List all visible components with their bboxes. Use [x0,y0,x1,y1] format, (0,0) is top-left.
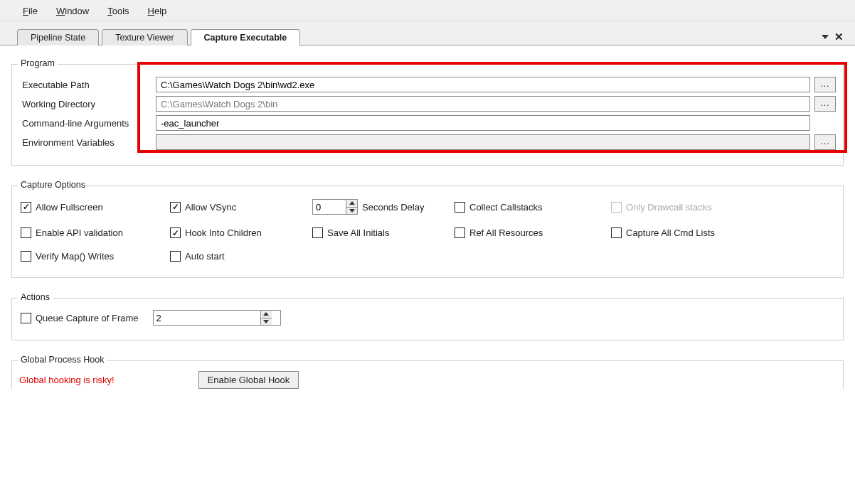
seconds-delay-input[interactable] [313,200,346,214]
menubar: File Window Tools Help [0,0,855,21]
working-directory-input[interactable] [156,96,810,112]
queue-frame-spinner[interactable] [153,310,281,326]
group-program: Program Executable Path ... Working Dire… [11,64,844,166]
tab-texture-viewer[interactable]: Texture Viewer [102,29,187,45]
label-seconds-delay: Seconds Delay [362,202,424,213]
tab-overflow-dropdown-icon[interactable] [822,35,829,39]
menu-help-rest: elp [154,6,166,16]
label-env-vars: Environment Variables [19,137,156,148]
checkbox-verify-map-writes[interactable] [21,251,31,262]
queue-frame-up-icon[interactable] [261,311,272,318]
executable-path-input[interactable] [156,77,810,92]
menu-window[interactable]: Window [51,4,95,18]
legend-global-hook: Global Process Hook [18,355,107,365]
label-ref-all-resources: Ref All Resources [469,227,543,238]
checkbox-ref-all-resources[interactable] [455,227,465,238]
checkbox-only-drawcall-stacks [611,202,622,213]
group-actions: Actions Queue Capture of Frame [11,298,844,341]
menu-tools-rest: ools [112,6,129,16]
tabstrip: Pipeline State Texture Viewer Capture Ex… [0,21,855,45]
cmdline-args-input[interactable] [156,115,810,131]
label-queue-capture: Queue Capture of Frame [36,313,139,323]
checkbox-auto-start[interactable] [170,251,181,262]
label-auto-start: Auto start [185,251,225,262]
checkbox-queue-capture[interactable] [21,313,31,323]
label-save-all-initials: Save All Initials [327,227,389,238]
global-hook-warning: Global hooking is risky! [19,375,115,385]
menu-window-rest: indow [65,6,89,16]
label-allow-vsync: Allow VSync [185,202,236,213]
tab-pipeline-state[interactable]: Pipeline State [17,29,99,45]
menu-file[interactable]: File [17,4,43,18]
checkbox-allow-vsync[interactable] [170,202,181,213]
content-area: Program Executable Path ... Working Dire… [0,45,855,389]
queue-frame-down-icon[interactable] [261,318,272,326]
legend-actions: Actions [18,292,53,302]
checkbox-save-all-initials[interactable] [312,227,323,238]
checkbox-collect-callstacks[interactable] [455,202,465,213]
seconds-delay-down-icon[interactable] [346,207,357,215]
label-cmdline-args: Command-line Arguments [19,118,156,129]
checkbox-allow-fullscreen[interactable] [21,202,31,213]
queue-frame-input[interactable] [154,311,260,325]
checkbox-hook-into-children[interactable] [170,227,181,238]
label-enable-api-validation: Enable API validation [36,227,123,238]
label-executable-path: Executable Path [19,80,156,90]
seconds-delay-up-icon[interactable] [346,200,357,207]
checkbox-capture-all-cmd-lists[interactable] [611,227,622,238]
browse-working-directory-button[interactable]: ... [814,96,836,112]
seconds-delay-spinner[interactable] [312,199,358,215]
menu-tools[interactable]: Tools [102,4,134,18]
checkbox-enable-api-validation[interactable] [21,227,31,238]
edit-env-vars-button[interactable]: ... [814,134,836,150]
legend-program: Program [18,58,58,68]
label-hook-into-children: Hook Into Children [185,227,262,238]
label-only-drawcall-stacks: Only Drawcall stacks [626,202,712,213]
group-global-process-hook: Global Process Hook Global hooking is ri… [11,360,844,389]
group-capture-options: Capture Options Allow Fullscreen Allow V… [11,186,844,278]
label-collect-callstacks: Collect Callstacks [469,202,543,213]
label-allow-fullscreen: Allow Fullscreen [36,202,103,213]
label-working-directory: Working Directory [19,99,156,109]
legend-capture-options: Capture Options [18,180,88,190]
menu-help[interactable]: Help [142,4,173,18]
label-capture-all-cmd-lists: Capture All Cmd Lists [626,227,715,238]
tab-capture-executable[interactable]: Capture Executable [191,29,301,45]
env-vars-input [156,134,810,150]
label-verify-map-writes: Verify Map() Writes [36,251,114,262]
browse-executable-button[interactable]: ... [814,77,836,92]
menu-file-rest: ile [28,6,38,16]
tab-close-icon[interactable]: ✕ [833,31,845,43]
enable-global-hook-button[interactable]: Enable Global Hook [198,371,299,389]
